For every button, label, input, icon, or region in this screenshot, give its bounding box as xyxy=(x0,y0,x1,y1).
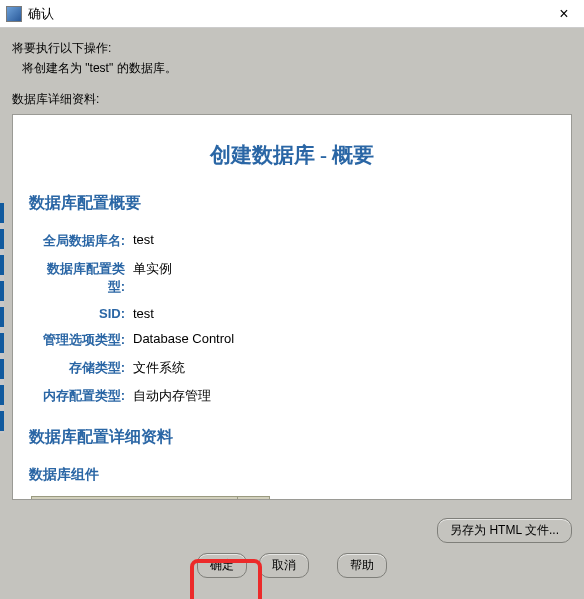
left-accent-decoration xyxy=(0,203,4,433)
config-row: 存储类型: 文件系统 xyxy=(33,359,555,377)
config-row: 管理选项类型: Database Control xyxy=(33,331,555,349)
ok-button[interactable]: 确定 xyxy=(197,553,247,578)
save-row: 另存为 HTML 文件... xyxy=(12,518,572,543)
details-panel: 创建数据库 - 概要 数据库配置概要 全局数据库名: test 数据库配置类型:… xyxy=(12,114,572,500)
instruction-line-1: 将要执行以下操作: xyxy=(12,40,572,57)
instruction-line-2: 将创建名为 "test" 的数据库。 xyxy=(22,60,572,77)
config-value: test xyxy=(129,306,154,321)
config-value: test xyxy=(129,232,154,250)
config-label: 管理选项类型: xyxy=(33,331,129,349)
config-row: SID: test xyxy=(33,306,555,321)
config-label: 数据库配置类型: xyxy=(33,260,129,296)
section-config-summary-title: 数据库配置概要 xyxy=(29,193,555,214)
save-as-html-button[interactable]: 另存为 HTML 文件... xyxy=(437,518,572,543)
config-value: 自动内存管理 xyxy=(129,387,211,405)
app-icon xyxy=(6,6,22,22)
help-button[interactable]: 帮助 xyxy=(337,553,387,578)
cancel-button[interactable]: 取消 xyxy=(259,553,309,578)
close-icon[interactable]: × xyxy=(550,4,578,24)
details-title: 创建数据库 - 概要 xyxy=(29,141,555,169)
components-title: 数据库组件 xyxy=(29,466,555,484)
button-row: 确定 取消 帮助 xyxy=(12,553,572,578)
config-value: 文件系统 xyxy=(129,359,185,377)
components-header-name: 组件 xyxy=(32,497,238,501)
components-header-selected: 已选 xyxy=(238,497,270,501)
components-table: 组件 已选 xyxy=(31,496,270,500)
config-label: SID: xyxy=(33,306,129,321)
window-title: 确认 xyxy=(28,5,550,23)
titlebar: 确认 × xyxy=(0,0,584,28)
section-config-detail-title: 数据库配置详细资料 xyxy=(29,427,555,448)
config-label: 全局数据库名: xyxy=(33,232,129,250)
config-value: Database Control xyxy=(129,331,234,349)
config-row: 内存配置类型: 自动内存管理 xyxy=(33,387,555,405)
config-label: 存储类型: xyxy=(33,359,129,377)
config-summary-table: 全局数据库名: test 数据库配置类型: 单实例 SID: test 管理选项… xyxy=(33,232,555,405)
config-label: 内存配置类型: xyxy=(33,387,129,405)
config-row: 数据库配置类型: 单实例 xyxy=(33,260,555,296)
instruction-line-3: 数据库详细资料: xyxy=(12,91,572,108)
dialog-body: 将要执行以下操作: 将创建名为 "test" 的数据库。 数据库详细资料: 创建… xyxy=(0,28,584,599)
config-row: 全局数据库名: test xyxy=(33,232,555,250)
config-value: 单实例 xyxy=(129,260,172,296)
